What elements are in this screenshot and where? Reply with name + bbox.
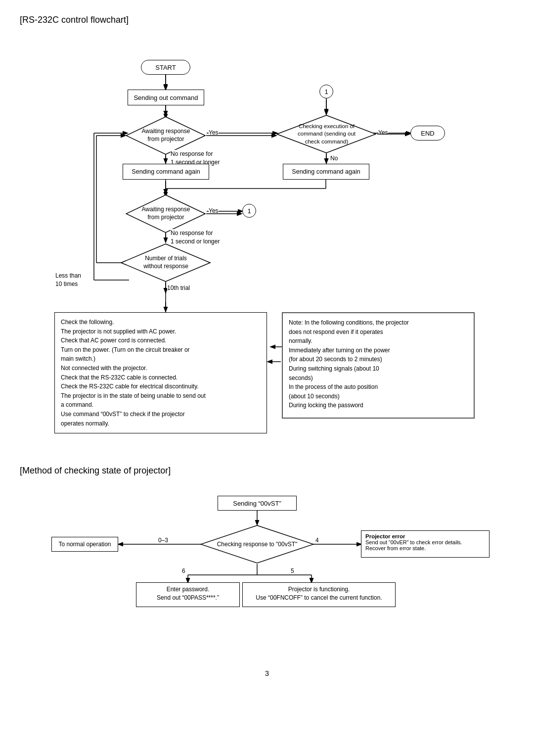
method-arrows [20, 486, 514, 654]
note-box: Note: In the following conditions, the p… [282, 312, 475, 419]
range-4-label: 4 [315, 537, 319, 544]
range-5-label: 5 [291, 567, 294, 574]
tenth-trial-label: 10th trial [167, 284, 190, 291]
page: [RS-232C control flowchart] [0, 0, 534, 756]
end-node: END [410, 126, 445, 141]
projector-error-text: Send out “00vER” to check error details.… [365, 539, 462, 551]
method-section: [Method of checking state of projector] [20, 466, 514, 654]
checking-response-diamond: Checking response to "00vST" [200, 524, 314, 564]
less-than-label: Less than10 times [55, 272, 81, 288]
sending-again-2-box: Sending command again [283, 164, 369, 180]
yes-label-1: Yes [209, 129, 219, 136]
projector-error-title: Projector error [365, 533, 405, 539]
awaiting-response-1-diamond: Awaiting responsefrom projector [126, 116, 206, 155]
range-6-label: 6 [182, 567, 185, 574]
no-label-1: No [330, 155, 338, 162]
check-box: Check the following. The projector is no… [54, 312, 267, 433]
circle-1-top: 1 [319, 85, 333, 98]
method-flowchart: Sending “00vST” Checking response to "00… [20, 486, 514, 654]
section-title-2: [Method of checking state of projector] [20, 466, 514, 476]
number-trials-diamond: Number of trialswithout response [121, 243, 211, 283]
awaiting-response-2-diamond: Awaiting responsefrom projector [126, 194, 206, 234]
projector-error-box: Projector error Send out “00vER” to chec… [361, 530, 490, 558]
section-title-1: [RS-232C control flowchart] [20, 15, 514, 25]
circle-1-bottom: 1 [242, 204, 256, 218]
page-number: 3 [20, 669, 514, 677]
functioning-box: Projector is functioning. Use “00FNCOFF”… [242, 582, 396, 607]
sending-again-1-box: Sending command again [123, 164, 209, 180]
to-normal-box: To normal operation [51, 537, 118, 552]
yes-label-2: Yes [209, 207, 219, 214]
enter-password-box: Enter password. Send out “00PASS****.” [136, 582, 240, 607]
yes-label-3: Yes [378, 129, 388, 136]
flowchart-rs232c: START Sending out command Awaiting respo… [20, 35, 514, 451]
checking-exec-diamond: Checking execution ofcommand (sending ou… [276, 114, 377, 154]
sending-oovst-box: Sending “00vST” [218, 496, 297, 511]
start-node: START [141, 60, 190, 75]
sending-out-command-box: Sending out command [128, 90, 204, 105]
range-03-label: 0–3 [158, 537, 168, 544]
